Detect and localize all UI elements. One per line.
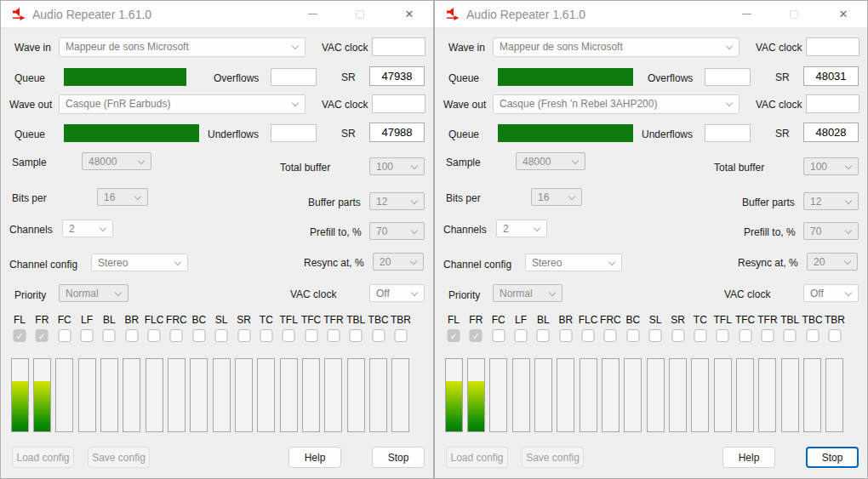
channel-checkbox-tfc[interactable] [305, 329, 317, 342]
overflows-field[interactable] [271, 68, 317, 86]
stop-button[interactable]: Stop [806, 447, 859, 468]
channel-config-select[interactable]: Stereo [525, 254, 622, 271]
resync-select[interactable]: 20 [373, 253, 424, 271]
channel-checkbox-fl[interactable]: ✓ [14, 329, 26, 342]
channels-select[interactable]: 2 [496, 220, 547, 237]
wave-out-select[interactable]: Casque (FnR Earbuds) [59, 94, 306, 114]
vac-clock-mode-select[interactable]: Off [369, 284, 425, 302]
channel-checkbox-flc[interactable] [148, 329, 161, 342]
channel-checkbox-br[interactable] [559, 329, 572, 342]
channel-checkbox-tbr[interactable] [394, 329, 407, 342]
sample-rate-select[interactable]: 48000 [516, 152, 585, 170]
channel-label-br: BR [558, 314, 573, 326]
resync-select[interactable]: 20 [807, 253, 858, 271]
channel-checkbox-tfc[interactable] [739, 329, 751, 342]
channel-checkbox-tbc[interactable] [806, 329, 819, 342]
prefill-select[interactable]: 70 [369, 222, 425, 240]
queue-in-bar [498, 68, 637, 86]
close-icon: ✕ [839, 9, 848, 20]
channel-checkbox-tbl[interactable] [784, 329, 797, 342]
channel-checkbox-tfr[interactable] [761, 329, 774, 342]
channel-checkbox-fr[interactable]: ✓ [36, 329, 49, 342]
channel-checkbox-flc[interactable] [582, 329, 595, 342]
minimize-button[interactable] [294, 1, 331, 27]
level-meter [391, 358, 409, 432]
channel-checkbox-tbc[interactable] [372, 329, 385, 342]
close-button[interactable]: ✕ [391, 1, 428, 27]
channel-checkbox-br[interactable] [125, 329, 138, 342]
save-config-button[interactable]: Save config [522, 447, 584, 468]
bits-per-sample-select[interactable]: 16 [531, 188, 582, 206]
sr-in-label: SR [775, 71, 790, 83]
channel-checkbox-bc[interactable] [626, 329, 639, 342]
overflows-field[interactable] [705, 68, 751, 86]
channel-checkbox-lf[interactable] [515, 329, 528, 342]
maximize-button[interactable] [341, 1, 379, 27]
level-meter [123, 358, 140, 432]
channels-select[interactable]: 2 [62, 220, 113, 237]
buffer-parts-select[interactable]: 12 [369, 192, 425, 210]
bits-per-sample-label: Bits per [446, 192, 481, 204]
channel-checkbox-fc[interactable] [58, 329, 71, 342]
wave-in-select[interactable]: Mappeur de sons Microsoft [493, 37, 740, 57]
buffer-parts-select[interactable]: 12 [803, 192, 859, 210]
channel-checkbox-sr[interactable] [671, 329, 684, 342]
channel-checkbox-fc[interactable] [492, 329, 505, 342]
chevron-down-icon [845, 226, 852, 233]
priority-select[interactable]: Normal [493, 284, 562, 302]
bits-per-sample-select[interactable]: 16 [97, 188, 148, 206]
channel-checkbox-sl[interactable] [649, 329, 662, 342]
load-config-button[interactable]: Load config [12, 447, 74, 468]
sample-rate-select[interactable]: 48000 [82, 152, 151, 170]
help-button[interactable]: Help [288, 447, 341, 468]
channel-checkbox-tbr[interactable] [828, 329, 841, 342]
resync-value: 20 [380, 256, 391, 268]
channel-checkbox-tfr[interactable] [327, 329, 340, 342]
total-buffer-select[interactable]: 100 [803, 157, 859, 175]
channel-checkbox-lf[interactable] [81, 329, 94, 342]
channel-checkbox-fl[interactable]: ✓ [448, 329, 460, 342]
underflows-field[interactable] [705, 124, 751, 142]
chevron-down-icon [845, 197, 852, 203]
queue-in-bar [64, 68, 203, 86]
underflows-field[interactable] [271, 124, 317, 142]
channel-checkbox-frc[interactable] [604, 329, 617, 342]
level-meter [100, 358, 118, 432]
priority-select[interactable]: Normal [59, 284, 128, 302]
maximize-icon [790, 10, 798, 19]
vac-clock-in-field[interactable] [806, 37, 859, 56]
load-config-button[interactable]: Load config [446, 447, 508, 468]
help-button[interactable]: Help [722, 447, 775, 468]
close-button[interactable]: ✕ [825, 1, 862, 27]
bits-per-sample-label: Bits per [12, 192, 47, 204]
channel-checkbox-fr[interactable]: ✓ [470, 329, 483, 342]
channel-checkbox-sl[interactable] [215, 329, 228, 342]
buffer-parts-label: Buffer parts [308, 197, 361, 208]
channel-checkbox-frc[interactable] [170, 329, 183, 342]
save-config-button[interactable]: Save config [88, 447, 150, 468]
stop-button[interactable]: Stop [372, 447, 425, 468]
total-buffer-select[interactable]: 100 [369, 157, 425, 175]
wave-in-select[interactable]: Mappeur de sons Microsoft [59, 37, 306, 57]
channel-checkbox-tfl[interactable] [717, 329, 729, 342]
vac-clock-out-field[interactable] [806, 94, 859, 113]
minimize-button[interactable] [728, 1, 765, 27]
wave-out-label: Wave out [443, 99, 486, 111]
channel-config-select[interactable]: Stereo [91, 254, 188, 271]
level-meter [347, 358, 365, 432]
channel-checkbox-bl[interactable] [103, 329, 116, 342]
channel-checkbox-tc[interactable] [694, 329, 706, 342]
channel-checkbox-tc[interactable] [260, 329, 272, 342]
channel-checkbox-bl[interactable] [537, 329, 550, 342]
vac-clock-in-field[interactable] [372, 37, 425, 56]
channel-checkbox-tfl[interactable] [283, 329, 295, 342]
channel-checkbox-bc[interactable] [192, 329, 205, 342]
vac-clock-mode-select[interactable]: Off [803, 284, 859, 302]
maximize-button[interactable] [775, 1, 813, 27]
channel-checkbox-sr[interactable] [237, 329, 250, 342]
level-meter-fill [446, 381, 462, 432]
wave-out-select[interactable]: Casque (Fresh ’n Rebel 3AHP200) [493, 94, 740, 114]
prefill-select[interactable]: 70 [803, 222, 859, 240]
channel-checkbox-tbl[interactable] [350, 329, 363, 342]
vac-clock-out-field[interactable] [372, 94, 425, 113]
